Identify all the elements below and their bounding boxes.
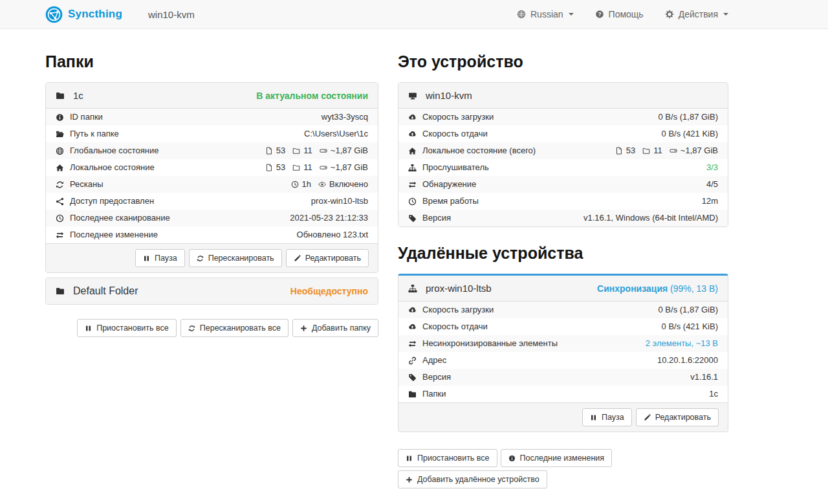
pencil-icon (644, 414, 651, 421)
table-row: Локальное состояние 53 11 ~1,87 GiB (46, 159, 378, 176)
size-value: ~1,87 GiB (331, 146, 368, 156)
link-icon (408, 356, 417, 365)
home-icon (408, 147, 417, 155)
help-menu[interactable]: Помощь (595, 9, 644, 19)
row-label: Последнее сканирование (70, 213, 170, 223)
actions-menu[interactable]: Действия (665, 9, 728, 19)
remote-devices-heading: Удалённые устройства (398, 244, 728, 263)
this-device-panel: win10-kvm Скорость загрузки 0 B/s (1,87 … (398, 82, 728, 227)
edit-button[interactable]: Редактировать (286, 249, 369, 267)
brand-link[interactable]: Syncthing (45, 6, 122, 23)
cloud-download-icon (408, 113, 417, 122)
table-row: Папки 1c (398, 386, 728, 402)
eye-icon (318, 181, 326, 188)
remote-device-name: prox-win10-ltsb (426, 283, 492, 294)
add-remote-device-button[interactable]: Добавить удалённое устройство (398, 470, 547, 488)
pencil-icon (294, 255, 301, 262)
recent-changes-button[interactable]: Последние изменения (501, 449, 613, 467)
exchange-icon (56, 231, 64, 239)
folder-panel-default: Default Folder Необщедоступно (45, 278, 378, 305)
row-value: prox-win10-ltsb (311, 196, 368, 206)
folder-panel-header[interactable]: Default Folder Необщедоступно (46, 278, 378, 304)
folder-panel-header[interactable]: 1c В актуальном состоянии (46, 83, 378, 109)
pause-all-button[interactable]: Приостановить все (77, 319, 177, 337)
share-icon (56, 197, 64, 206)
row-label: Доступ предоставлен (70, 196, 154, 206)
folder-icon (56, 287, 65, 296)
row-label: Скорость отдачи (422, 129, 488, 139)
refresh-icon (197, 255, 204, 262)
row-label: Ресканы (70, 179, 104, 190)
navbar: Syncthing win10-kvm Russian Помощь Дейст… (0, 0, 828, 29)
folder-open-icon (56, 130, 64, 138)
row-value: v1.16.1 (690, 372, 718, 382)
out-of-sync-link[interactable]: 2 элементы, ~13 B (646, 338, 718, 349)
device-title: win10-kvm (148, 9, 195, 20)
folder-icon (408, 390, 417, 399)
rescan-interval: 1h (302, 179, 311, 190)
tag-icon (408, 214, 417, 223)
files-count: 53 (276, 146, 285, 156)
row-label: Обнаружение (422, 179, 476, 190)
home-icon (56, 164, 64, 172)
pause-all-devices-button[interactable]: Приостановить все (398, 449, 497, 467)
row-value: 0 B/s (1,87 GiB) (659, 112, 718, 122)
device-name: win10-kvm (426, 90, 472, 101)
hdd-icon (320, 164, 327, 171)
row-label: Скорость загрузки (422, 305, 494, 315)
remote-status-badge: Синхронизация (99%, 13 B) (597, 283, 718, 294)
table-row: Последнее изменение Обновлено 123.txt (46, 226, 378, 243)
info-icon (56, 113, 64, 122)
file-icon (265, 147, 273, 155)
rescan-all-button[interactable]: Пересканировать все (180, 319, 289, 337)
pause-button[interactable]: Пауза (582, 408, 632, 426)
tag-icon (408, 373, 417, 382)
language-menu[interactable]: Russian (517, 9, 574, 19)
this-device-heading: Это устройство (398, 52, 728, 71)
row-value: 0 B/s (421 KiB) (662, 129, 718, 139)
row-value: v1.16.1, Windows (64-bit Intel/AMD) (583, 213, 718, 223)
actions-label: Действия (679, 9, 718, 19)
cloud-download-icon (408, 306, 417, 314)
device-panel-header[interactable]: win10-kvm (398, 83, 728, 109)
pause-icon (143, 255, 150, 262)
folder-status-badge: В актуальном состоянии (256, 91, 368, 101)
globe-icon (56, 147, 64, 155)
folder-outline-icon (292, 164, 300, 171)
question-icon (595, 10, 604, 19)
row-value: wyt33-3yscq (321, 112, 368, 122)
row-value: 0 B/s (1,87 GiB) (659, 305, 718, 315)
clock-icon (408, 197, 417, 206)
syncthing-logo (45, 6, 63, 23)
table-row: Скорость отдачи 0 B/s (421 KiB) (398, 126, 728, 142)
table-row: Глобальное состояние 53 11 ~1,87 GiB (46, 142, 378, 159)
device-icon (408, 91, 417, 100)
dirs-count: 11 (653, 146, 662, 156)
folder-status-badge: Необщедоступно (290, 286, 368, 296)
table-row: Локальное состояние (всего) 53 11 ~1,87 … (398, 142, 728, 159)
globe-icon (517, 10, 526, 19)
folder-outline-icon (642, 147, 650, 155)
dirs-count: 11 (303, 146, 312, 156)
table-row: Последнее сканирование 2021-05-23 21:12:… (46, 210, 378, 226)
pause-icon (406, 455, 413, 462)
files-count: 53 (626, 146, 635, 156)
cloud-upload-icon (408, 323, 417, 331)
table-row: Обнаружение 4/5 (398, 176, 728, 193)
row-label: Прослушиватель (422, 162, 489, 173)
row-label: Несинхронизированные элементы (422, 338, 558, 349)
row-value: 0 B/s (421 KiB) (662, 322, 718, 332)
table-row: Скорость загрузки 0 B/s (1,87 GiB) (398, 301, 728, 318)
watch-status: Включено (329, 179, 368, 190)
table-row: Скорость отдачи 0 B/s (421 KiB) (398, 318, 728, 335)
pause-button[interactable]: Пауза (135, 249, 185, 267)
remote-panel-header[interactable]: prox-win10-ltsb Синхронизация (99%, 13 B… (398, 276, 728, 301)
caret-down-icon (723, 13, 728, 16)
rescan-button[interactable]: Пересканировать (189, 249, 282, 267)
folders-heading: Папки (45, 52, 378, 71)
row-value: C:\Users\User\1c (304, 129, 368, 139)
table-row: Версия v1.16.1 (398, 369, 728, 386)
add-folder-button[interactable]: Добавить папку (292, 319, 378, 337)
edit-button[interactable]: Редактировать (636, 408, 719, 426)
row-label: Локальное состояние (70, 162, 155, 173)
